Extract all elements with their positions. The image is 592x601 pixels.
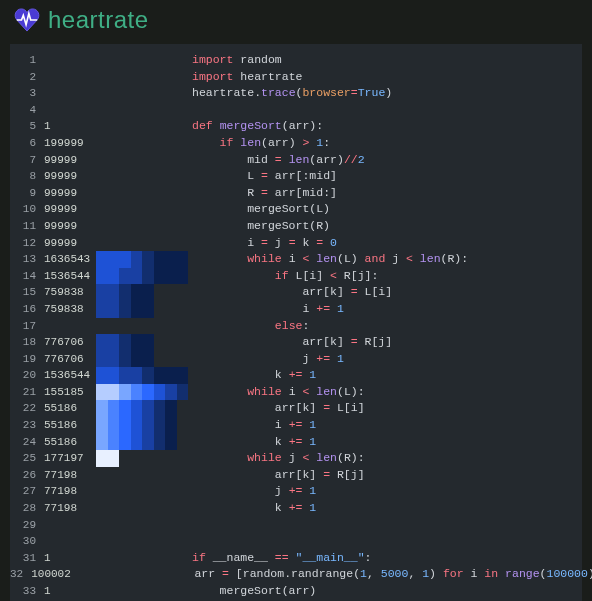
code-row[interactable]: 30 xyxy=(10,533,582,550)
hit-count: 759838 xyxy=(44,301,96,318)
code-row[interactable]: 15759838 arr[k] = L[i] xyxy=(10,284,582,301)
code-row[interactable]: 1299999 i = j = k = 0 xyxy=(10,235,582,252)
line-number: 23 xyxy=(10,417,44,434)
code-row[interactable]: 141536544 if L[i] < R[j]: xyxy=(10,268,582,285)
hit-count: 99999 xyxy=(44,152,96,169)
code-row[interactable]: 25177197 while j < len(R): xyxy=(10,450,582,467)
code-row[interactable]: 21155185 while i < len(L): xyxy=(10,384,582,401)
code-viewer[interactable]: 1import random2import heartrate3heartrat… xyxy=(10,44,582,601)
code-text: i = j = k = 0 xyxy=(188,235,337,252)
heat-bar xyxy=(96,467,188,484)
heat-bar xyxy=(96,367,188,384)
heat-bar xyxy=(96,318,188,335)
code-row[interactable]: 799999 mid = len(arr)//2 xyxy=(10,152,582,169)
code-text: L = arr[:mid] xyxy=(188,168,337,185)
code-text: mergeSort(L) xyxy=(188,201,330,218)
code-row[interactable]: 2677198 arr[k] = R[j] xyxy=(10,467,582,484)
code-row[interactable]: 6199999 if len(arr) > 1: xyxy=(10,135,582,152)
code-row[interactable]: 19776706 j += 1 xyxy=(10,351,582,368)
heat-bar xyxy=(96,52,188,69)
heat-bar xyxy=(71,566,163,583)
hit-count: 99999 xyxy=(44,235,96,252)
code-text: arr[k] = R[j] xyxy=(188,467,365,484)
line-number: 31 xyxy=(10,550,44,567)
code-text: arr = [random.randrange(1, 5000, 1) for … xyxy=(163,566,592,583)
app-title: heartrate xyxy=(48,6,149,34)
hit-count: 776706 xyxy=(44,351,96,368)
code-text: arr[k] = L[i] xyxy=(188,400,365,417)
line-number: 7 xyxy=(10,152,44,169)
code-text: arr[k] = R[j] xyxy=(188,334,392,351)
code-text: i += 1 xyxy=(188,301,344,318)
line-number: 11 xyxy=(10,218,44,235)
code-row[interactable]: 2777198 j += 1 xyxy=(10,483,582,500)
heat-bar xyxy=(96,69,188,86)
code-row[interactable]: 4 xyxy=(10,102,582,119)
heat-bar xyxy=(96,102,188,119)
code-text: k += 1 xyxy=(188,367,316,384)
heat-bar xyxy=(96,135,188,152)
code-row[interactable]: 311if __name__ == "__main__": xyxy=(10,550,582,567)
code-text: while i < len(L) and j < len(R): xyxy=(188,251,468,268)
heart-icon xyxy=(14,8,40,32)
heat-bar xyxy=(96,434,188,451)
code-row[interactable]: 29 xyxy=(10,517,582,534)
line-number: 33 xyxy=(10,583,44,600)
code-row[interactable]: 899999 L = arr[:mid] xyxy=(10,168,582,185)
code-row[interactable]: 331 mergeSort(arr) xyxy=(10,583,582,600)
heat-bar xyxy=(96,533,188,550)
code-row[interactable]: 2import heartrate xyxy=(10,69,582,86)
heat-bar xyxy=(96,483,188,500)
heat-bar xyxy=(96,334,188,351)
heat-bar xyxy=(96,450,188,467)
code-text: k += 1 xyxy=(188,500,316,517)
line-number: 28 xyxy=(10,500,44,517)
line-number: 14 xyxy=(10,268,44,285)
code-row[interactable]: 51def mergeSort(arr): xyxy=(10,118,582,135)
line-number: 22 xyxy=(10,400,44,417)
code-row[interactable]: 2877198 k += 1 xyxy=(10,500,582,517)
line-number: 9 xyxy=(10,185,44,202)
hit-count: 776706 xyxy=(44,334,96,351)
code-text: heartrate.trace(browser=True) xyxy=(188,85,392,102)
hit-count: 100002 xyxy=(31,566,71,583)
code-row[interactable]: 1199999 mergeSort(R) xyxy=(10,218,582,235)
heat-bar xyxy=(96,284,188,301)
line-number: 10 xyxy=(10,201,44,218)
line-number: 8 xyxy=(10,168,44,185)
code-row[interactable]: 1import random xyxy=(10,52,582,69)
code-row[interactable]: 201536544 k += 1 xyxy=(10,367,582,384)
code-row[interactable]: 3heartrate.trace(browser=True) xyxy=(10,85,582,102)
heat-bar xyxy=(96,251,188,268)
heat-bar xyxy=(96,351,188,368)
line-number: 27 xyxy=(10,483,44,500)
line-number: 5 xyxy=(10,118,44,135)
line-number: 2 xyxy=(10,69,44,86)
hit-count: 55186 xyxy=(44,434,96,451)
line-number: 24 xyxy=(10,434,44,451)
hit-count: 99999 xyxy=(44,218,96,235)
heat-bar xyxy=(96,235,188,252)
hit-count: 77198 xyxy=(44,467,96,484)
line-number: 29 xyxy=(10,517,44,534)
code-row[interactable]: 2455186 k += 1 xyxy=(10,434,582,451)
line-number: 17 xyxy=(10,318,44,335)
code-row[interactable]: 18776706 arr[k] = R[j] xyxy=(10,334,582,351)
code-row[interactable]: 32100002 arr = [random.randrange(1, 5000… xyxy=(10,566,582,583)
heat-bar xyxy=(96,268,188,285)
line-number: 25 xyxy=(10,450,44,467)
code-row[interactable]: 17 else: xyxy=(10,318,582,335)
code-text: import random xyxy=(188,52,282,69)
code-row[interactable]: 2255186 arr[k] = L[i] xyxy=(10,400,582,417)
hit-count: 99999 xyxy=(44,201,96,218)
code-row[interactable]: 999999 R = arr[mid:] xyxy=(10,185,582,202)
code-row[interactable]: 2355186 i += 1 xyxy=(10,417,582,434)
line-number: 32 xyxy=(10,566,31,583)
code-row[interactable]: 16759838 i += 1 xyxy=(10,301,582,318)
hit-count: 1536544 xyxy=(44,367,96,384)
code-row[interactable]: 1099999 mergeSort(L) xyxy=(10,201,582,218)
hit-count: 1 xyxy=(44,118,96,135)
code-text: R = arr[mid:] xyxy=(188,185,337,202)
code-row[interactable]: 131636543 while i < len(L) and j < len(R… xyxy=(10,251,582,268)
code-text: j += 1 xyxy=(188,351,344,368)
